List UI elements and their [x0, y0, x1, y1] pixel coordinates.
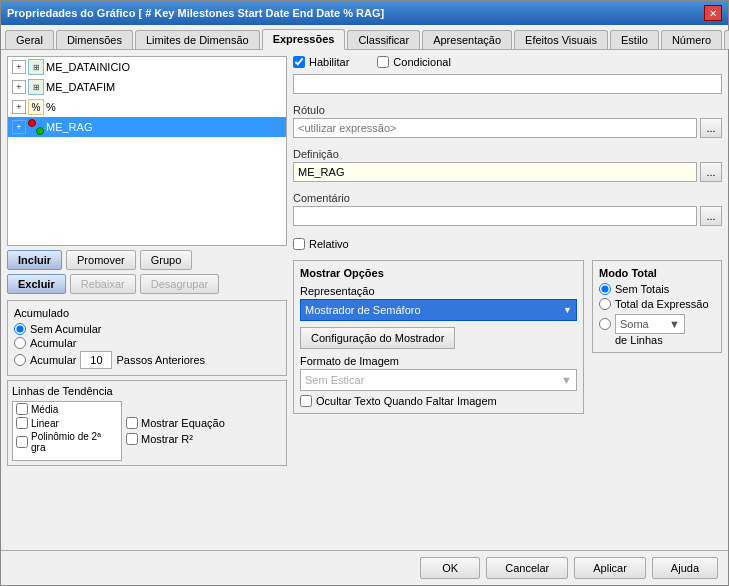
ajuda-button[interactable]: Ajuda — [652, 557, 718, 579]
tab-limites[interactable]: Limites de Dimensão — [135, 30, 260, 49]
comentario-dots-button[interactable]: ... — [700, 206, 722, 226]
formato-dropdown[interactable]: Sem Esticar ▼ — [300, 369, 577, 391]
tendencias-inner: Média Linear Polinômio de 2ª gra — [12, 401, 282, 461]
rotulo-group: Rótulo ... — [293, 104, 722, 138]
definicao-group: Definição ... — [293, 148, 722, 182]
tab-classificar[interactable]: Classificar — [347, 30, 420, 49]
condicional-input[interactable] — [293, 74, 722, 94]
rotulo-input[interactable] — [293, 118, 697, 138]
condicional-label: Condicional — [393, 56, 450, 68]
definicao-dots-button[interactable]: ... — [700, 162, 722, 182]
tab-dimensoes[interactable]: Dimensões — [56, 30, 133, 49]
modo-total-title: Modo Total — [599, 267, 715, 279]
tab-fonte[interactable]: Fonte — [724, 30, 729, 49]
sem-totais-label: Sem Totais — [615, 283, 669, 295]
modo-total-section: Modo Total Sem Totais Total da Expressão… — [592, 260, 722, 353]
expand-percent[interactable]: + — [12, 100, 26, 114]
tab-numero[interactable]: Número — [661, 30, 722, 49]
tree-item-datainicio[interactable]: + ⊞ ME_DATAINICIO — [8, 57, 286, 77]
polinomio-checkbox[interactable] — [16, 436, 28, 448]
condicional-checkbox[interactable] — [377, 56, 389, 68]
acumulado-title: Acumulado — [14, 307, 280, 319]
excluir-button[interactable]: Excluir — [7, 274, 66, 294]
cancelar-button[interactable]: Cancelar — [486, 557, 568, 579]
tendencias-list[interactable]: Média Linear Polinômio de 2ª gra — [12, 401, 122, 461]
configuracao-button[interactable]: Configuração do Mostrador — [300, 327, 455, 349]
expand-rag[interactable]: + — [12, 120, 26, 134]
main-content: + ⊞ ME_DATAINICIO + ⊞ ME_DATAFIM + % % — [1, 50, 728, 550]
linhas-label: de Linhas — [615, 334, 715, 346]
tendencia-media[interactable]: Média — [13, 402, 121, 416]
total-expressao-radio[interactable] — [599, 298, 611, 310]
tab-expressoes[interactable]: Expressões — [262, 29, 346, 50]
total-expressao-row: Total da Expressão — [599, 298, 715, 310]
tree-item-datafim[interactable]: + ⊞ ME_DATAFIM — [8, 77, 286, 97]
bottom-row: Mostrar Opções Representação Mostrador d… — [293, 260, 722, 414]
sem-acumular-label: Sem Acumular — [30, 323, 102, 335]
incluir-button[interactable]: Incluir — [7, 250, 62, 270]
close-button[interactable]: ✕ — [704, 5, 722, 21]
comentario-input[interactable] — [293, 206, 697, 226]
acumulado-section: Acumulado Sem Acumular Acumular Acumular — [7, 300, 287, 376]
sem-acumular-radio[interactable] — [14, 323, 26, 335]
sem-totais-row: Sem Totais — [599, 283, 715, 295]
mostrar-r2-checkbox[interactable] — [126, 433, 138, 445]
footer: OK Cancelar Aplicar Ajuda — [1, 550, 728, 585]
mostrar-r2-row: Mostrar R² — [126, 433, 225, 445]
rebaixar-button[interactable]: Rebaixar — [70, 274, 136, 294]
tendencia-linear[interactable]: Linear — [13, 416, 121, 430]
passos-label: Passos Anteriores — [116, 354, 205, 366]
soma-row: Soma ▼ — [599, 314, 715, 334]
tab-apresentacao[interactable]: Apresentação — [422, 30, 512, 49]
acumular-radio[interactable] — [14, 337, 26, 349]
relativo-checkbox[interactable] — [293, 238, 305, 250]
definicao-input[interactable] — [293, 162, 697, 182]
soma-value: Soma — [620, 318, 649, 330]
soma-dropdown[interactable]: Soma ▼ — [615, 314, 685, 334]
mostrar-opcoes-title: Mostrar Opções — [300, 267, 577, 279]
representacao-value: Mostrador de Semáforo — [305, 304, 421, 316]
promover-button[interactable]: Promover — [66, 250, 136, 270]
mostrar-equacao-checkbox[interactable] — [126, 417, 138, 429]
tree-item-rag[interactable]: + ME_RAG — [8, 117, 286, 137]
linear-label: Linear — [31, 418, 59, 429]
representacao-dropdown[interactable]: Mostrador de Semáforo ▼ — [300, 299, 577, 321]
acumular-passos-radio[interactable] — [14, 354, 26, 366]
tabs-bar: Geral Dimensões Limites de Dimensão Expr… — [1, 25, 728, 50]
passos-spinbox[interactable] — [80, 351, 112, 369]
habilitar-label: Habilitar — [309, 56, 349, 68]
main-window: Propriedades do Gráfico [ # Key Mileston… — [0, 0, 729, 586]
expand-datafim[interactable]: + — [12, 80, 26, 94]
desagrupar-button[interactable]: Desagrupar — [140, 274, 219, 294]
tree-item-percent[interactable]: + % % — [8, 97, 286, 117]
media-checkbox[interactable] — [16, 403, 28, 415]
ocultar-row: Ocultar Texto Quando Faltar Imagem — [300, 395, 577, 407]
sem-totais-radio[interactable] — [599, 283, 611, 295]
tree-label-percent: % — [46, 101, 56, 113]
tab-estilo[interactable]: Estilo — [610, 30, 659, 49]
right-panel: Habilitar Condicional Rótulo ... — [293, 56, 722, 544]
title-controls: ✕ — [704, 5, 722, 21]
expand-datainicio[interactable]: + — [12, 60, 26, 74]
habilitar-row: Habilitar — [293, 56, 349, 68]
formato-value: Sem Esticar — [305, 374, 364, 386]
tendencias-checkboxes: Mostrar Equação Mostrar R² — [126, 401, 225, 461]
rotulo-dots-button[interactable]: ... — [700, 118, 722, 138]
aplicar-button[interactable]: Aplicar — [574, 557, 646, 579]
comentario-row: ... — [293, 206, 722, 226]
rotulo-row: ... — [293, 118, 722, 138]
tendencia-polinomio[interactable]: Polinômio de 2ª gra — [13, 430, 121, 454]
tab-efeitos[interactable]: Efeitos Visuais — [514, 30, 608, 49]
acumular-row: Acumular — [14, 337, 280, 349]
ocultar-checkbox[interactable] — [300, 395, 312, 407]
tree-label-rag: ME_RAG — [46, 121, 92, 133]
tab-geral[interactable]: Geral — [5, 30, 54, 49]
habilitar-checkbox[interactable] — [293, 56, 305, 68]
acumular-passos-row: Acumular Passos Anteriores — [14, 351, 280, 369]
grupo-button[interactable]: Grupo — [140, 250, 193, 270]
linear-checkbox[interactable] — [16, 417, 28, 429]
tendencias-section: Linhas de Tendência Média Linear — [7, 380, 287, 466]
expression-tree[interactable]: + ⊞ ME_DATAINICIO + ⊞ ME_DATAFIM + % % — [7, 56, 287, 246]
ok-button[interactable]: OK — [420, 557, 480, 579]
soma-radio[interactable] — [599, 318, 611, 330]
